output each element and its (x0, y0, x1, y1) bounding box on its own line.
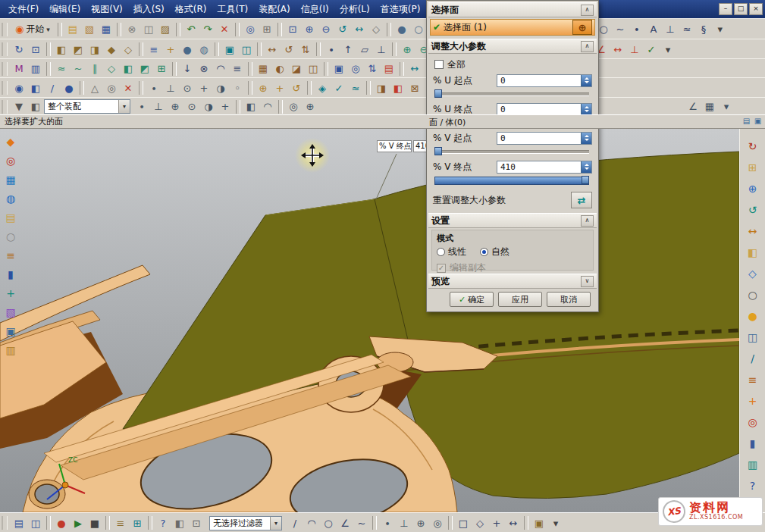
snap-toggle-intersect[interactable]: + (217, 99, 234, 115)
help-tool[interactable]: ? (744, 477, 762, 494)
section-curve[interactable]: ◠ (212, 61, 229, 77)
assembly-navigator[interactable]: ▦ (2, 171, 20, 188)
all-checkbox-row[interactable]: 全部 (434, 58, 466, 70)
clipboard-palette[interactable]: ▥ (2, 342, 20, 358)
enlarge-face-dialog[interactable]: 选择面 ∧ ✔ 选择面 (1) ⊕ 调整大小参数 ∧ 全部 % U 起点 0 (426, 0, 599, 312)
finish-sketch[interactable]: ✓ (643, 41, 660, 58)
menu-analysis[interactable]: 分析(L) (334, 1, 375, 18)
macro-run[interactable]: ▶ (70, 515, 86, 531)
top-view[interactable]: ◩ (70, 41, 86, 58)
snap-existing-point[interactable]: ◦ (229, 80, 246, 96)
curve-line[interactable]: / (287, 515, 303, 531)
apply-button[interactable]: 应用 (498, 292, 542, 307)
color-palette[interactable]: ▤ (381, 61, 397, 77)
plus-tool[interactable]: + (488, 515, 505, 531)
refresh[interactable]: ↻ (11, 41, 27, 58)
rotate-view[interactable]: ↺ (334, 21, 351, 38)
offset-curve[interactable]: ≡ (229, 61, 246, 77)
boolean-unite[interactable]: ⊕ (399, 41, 415, 58)
highlight-toggle[interactable]: ◎ (103, 80, 120, 96)
project-curve[interactable]: ↓ (179, 61, 196, 77)
split-body[interactable]: ◫ (305, 61, 321, 77)
front-view-tool[interactable]: ◧ (744, 244, 762, 261)
select-face-button[interactable]: ⊕ (572, 20, 592, 35)
collapse-icon[interactable]: ∧ (581, 5, 594, 16)
touch-mode[interactable]: ⊞ (259, 21, 275, 38)
snap-toggle-center[interactable]: ⊙ (183, 99, 200, 115)
select-edge[interactable]: / (44, 80, 61, 96)
point-constructor[interactable]: ∙ (323, 41, 340, 58)
menu-file[interactable]: 文件(F) (3, 1, 44, 18)
snap-mid[interactable]: ⊥ (162, 80, 179, 96)
chevron-down-icon[interactable]: ▾ (270, 517, 281, 530)
v-end-slider[interactable] (434, 176, 589, 184)
snap-toggle-curve[interactable]: ◠ (259, 99, 276, 115)
tools-palette[interactable]: + (2, 285, 20, 302)
toolbar-grip[interactable] (2, 23, 8, 36)
macro-record[interactable]: ● (53, 515, 70, 531)
cut[interactable]: ⊗ (124, 21, 140, 38)
trimmed-sheet[interactable]: ◩ (136, 61, 153, 77)
spinner[interactable] (581, 104, 591, 115)
point[interactable]: ∙ (629, 21, 645, 38)
v-start-slider[interactable] (434, 147, 589, 155)
copy[interactable]: ◫ (140, 21, 157, 38)
menu-view[interactable]: 视图(V) (86, 1, 128, 18)
constraint-navigator[interactable]: ◍ (2, 190, 20, 207)
csys-constructor[interactable]: ⊥ (373, 41, 390, 58)
toolbar-grip[interactable] (2, 516, 8, 530)
menu-information[interactable]: 信息(I) (296, 1, 334, 18)
toolbar-grip[interactable] (2, 81, 8, 95)
snap-toggle-mid[interactable]: ⊕ (167, 99, 183, 115)
ruler-tool[interactable]: ≡ (744, 371, 762, 388)
restore-button[interactable]: □ (734, 3, 748, 15)
zoom-view[interactable]: ⊕ (744, 180, 762, 197)
display-mode[interactable]: ● (179, 41, 196, 58)
all-checkbox[interactable] (434, 60, 444, 69)
curve-arc[interactable]: ◠ (303, 515, 320, 531)
v-end-input[interactable]: 410 (497, 161, 592, 174)
column-tool[interactable]: ▮ (744, 435, 762, 452)
right-view[interactable]: ◨ (86, 41, 103, 58)
section-view[interactable]: ◫ (238, 41, 255, 58)
pan-view[interactable]: ↔ (351, 21, 368, 38)
toolbar-grip[interactable] (2, 42, 8, 56)
shaded-mode[interactable]: ● (393, 21, 410, 38)
snap-mid-toggle[interactable]: ⊕ (412, 515, 429, 531)
n-sided-surface[interactable]: ◇ (103, 61, 120, 77)
grip-tools[interactable]: ⊞ (129, 515, 146, 531)
instance-array[interactable]: ▦ (255, 61, 271, 77)
materials-palette[interactable]: ▧ (2, 304, 20, 321)
u-start-input[interactable]: 0 (497, 74, 592, 87)
selection-filter-combo[interactable]: 无选择过滤器 ▾ (209, 516, 282, 530)
snap-toggle-end[interactable]: ⊥ (150, 99, 167, 115)
expand-icon[interactable]: ∨ (581, 276, 594, 287)
intersect-curve[interactable]: ⊗ (196, 61, 212, 77)
command-finder[interactable]: ◎ (242, 21, 259, 38)
snap-end[interactable]: ∙ (146, 80, 162, 96)
filter-face[interactable]: ◧ (27, 99, 44, 115)
offset-surface[interactable]: ◧ (120, 61, 136, 77)
magnify[interactable]: ⊕ (302, 99, 318, 115)
u-end-input[interactable]: 0 (497, 103, 592, 116)
3d-model-scene[interactable]: ZC (0, 127, 739, 512)
stitch-surface[interactable]: ⊞ (153, 61, 170, 77)
reset-button[interactable]: ⇄ (571, 192, 592, 208)
section-header-preview[interactable]: 预览 ∨ (428, 274, 597, 289)
measure[interactable]: ⊥ (662, 21, 679, 38)
spline[interactable]: ~ (612, 21, 629, 38)
view-fit[interactable]: ⊡ (284, 21, 301, 38)
rotate-view-tool[interactable]: ↺ (744, 202, 762, 218)
front-view[interactable]: ◧ (53, 41, 70, 58)
wcs-origin[interactable]: + (271, 80, 288, 96)
delete-face[interactable]: ⊠ (406, 80, 423, 96)
select-any[interactable]: ◉ (11, 80, 27, 96)
context-help[interactable]: ? (155, 515, 171, 531)
more-commands[interactable]: ▾ (712, 21, 729, 38)
notes-palette[interactable]: ≡ (2, 247, 20, 264)
selection-preview[interactable]: ◎ (285, 99, 302, 115)
open-file[interactable]: ▧ (81, 21, 98, 38)
radio-natural[interactable]: 自然 (480, 246, 509, 258)
polygon-tool[interactable]: ◇ (472, 515, 488, 531)
paste[interactable]: ▨ (157, 21, 174, 38)
